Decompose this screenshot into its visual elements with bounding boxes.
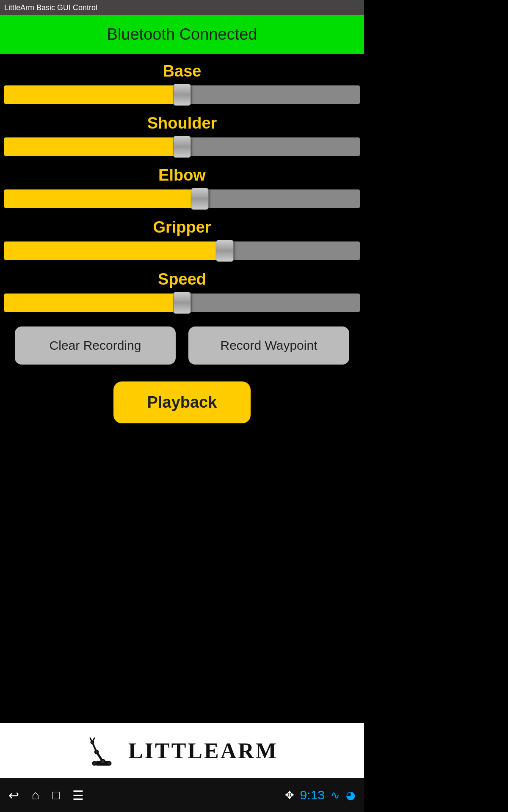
base-slider-fill (4, 85, 182, 104)
speed-slider-section: Speed (0, 270, 364, 314)
svg-point-5 (101, 760, 105, 764)
speed-slider-wrapper (4, 292, 360, 314)
base-slider-wrapper (4, 84, 360, 106)
shoulder-slider-fill (4, 137, 182, 156)
back-icon[interactable]: ↩ (8, 788, 19, 803)
littlearm-logo-icon (86, 733, 120, 768)
shoulder-slider-thumb[interactable] (173, 136, 191, 158)
base-slider-section: Base (0, 62, 364, 106)
elbow-slider-label: Elbow (4, 166, 360, 184)
gripper-slider-fill (4, 241, 225, 260)
title-bar-label: LittleArm Basic GUI Control (4, 3, 97, 12)
bt-status-label: Bluetooth Connected (107, 25, 257, 43)
elbow-slider-track (4, 189, 360, 208)
logo-text: LittleArm (128, 738, 278, 763)
svg-point-8 (108, 762, 111, 765)
clear-recording-button[interactable]: Clear Recording (15, 326, 176, 365)
nav-bar: ↩ ⌂ □ ☰ ✥ 9:13 ∿ ◕ (0, 778, 364, 812)
gripper-slider-track (4, 241, 360, 260)
gripper-slider-section: Gripper (0, 218, 364, 262)
shoulder-slider-section: Shoulder (0, 114, 364, 158)
elbow-slider-thumb[interactable] (191, 188, 209, 210)
base-slider-label: Base (4, 62, 360, 80)
logo-area: LittleArm (0, 723, 364, 778)
gripper-slider-label: Gripper (4, 218, 360, 236)
wifi-icon: ∿ (331, 789, 340, 802)
main-content: Base Shoulder Elbow Gripper (0, 54, 364, 432)
gripper-slider-wrapper (4, 240, 360, 262)
speed-slider-fill (4, 294, 182, 312)
speed-slider-thumb[interactable] (173, 292, 191, 314)
elbow-slider-section: Elbow (0, 166, 364, 210)
time-display: 9:13 (300, 788, 325, 802)
record-waypoint-button[interactable]: Record Waypoint (188, 326, 349, 365)
nav-left-icons: ↩ ⌂ □ ☰ (8, 788, 84, 803)
recents-icon[interactable]: □ (52, 788, 60, 802)
svg-point-6 (95, 750, 98, 754)
nav-right-status: ✥ 9:13 ∿ ◕ (285, 788, 356, 802)
svg-point-7 (91, 741, 94, 743)
elbow-slider-wrapper (4, 188, 360, 210)
bluetooth-icon: ◕ (346, 789, 356, 802)
buttons-row: Clear Recording Record Waypoint (8, 326, 356, 365)
svg-point-9 (93, 762, 96, 765)
fullscreen-icon[interactable]: ✥ (285, 789, 294, 802)
gripper-slider-thumb[interactable] (216, 240, 234, 262)
bt-status-banner: Bluetooth Connected (0, 15, 364, 54)
playback-button[interactable]: Playback (113, 381, 251, 423)
shoulder-slider-label: Shoulder (4, 114, 360, 132)
base-slider-thumb[interactable] (173, 84, 191, 106)
elbow-slider-fill (4, 189, 200, 208)
home-icon[interactable]: ⌂ (32, 788, 39, 802)
menu-icon[interactable]: ☰ (72, 788, 84, 803)
title-bar: LittleArm Basic GUI Control (0, 0, 364, 15)
speed-slider-label: Speed (4, 270, 360, 288)
shoulder-slider-wrapper (4, 136, 360, 158)
